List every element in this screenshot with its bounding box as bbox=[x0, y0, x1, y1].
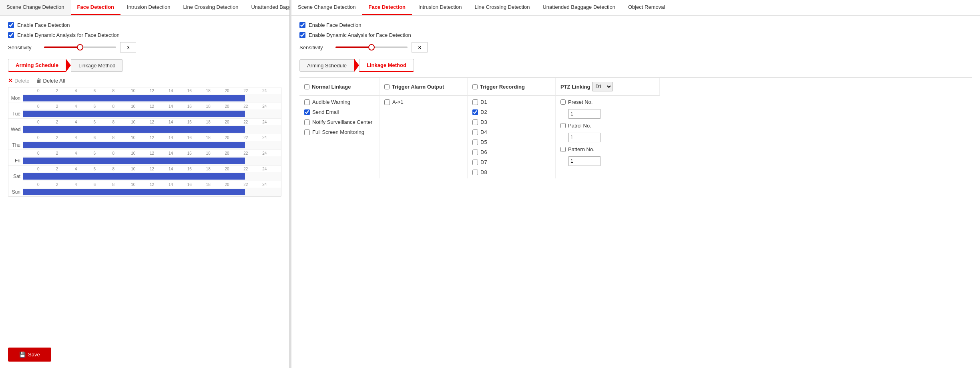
rec-d2-checkbox[interactable] bbox=[472, 109, 478, 115]
tick-20: 20 bbox=[225, 89, 243, 93]
tab-unattended-right[interactable]: Unattended Baggage Detection bbox=[536, 0, 621, 15]
enable-face-checkbox[interactable] bbox=[8, 22, 14, 28]
bar-container-fri[interactable] bbox=[23, 156, 281, 165]
delete-button[interactable]: ✕ Delete bbox=[8, 77, 30, 84]
bar-container-thu[interactable] bbox=[23, 141, 281, 150]
linkage-col-body-recording: D1 D2 D3 D4 D5 bbox=[468, 96, 556, 178]
rec-d3-checkbox[interactable] bbox=[472, 119, 478, 125]
tab-intrusion-left[interactable]: Intrusion Detection bbox=[120, 0, 177, 15]
ptz-linking-select[interactable]: D1 D2 D3 bbox=[592, 82, 612, 91]
schedule-grid: 0 2 4 6 8 10 12 14 16 18 20 22 24 Mon bbox=[8, 87, 281, 197]
alarm-a1-checkbox[interactable] bbox=[384, 99, 390, 105]
send-email-checkbox[interactable] bbox=[304, 109, 310, 115]
tab-unattended-left[interactable]: Unattended Baggage Detection bbox=[245, 0, 289, 15]
tab-object-removal-right[interactable]: Object Removal bbox=[622, 0, 671, 15]
schedule-row-tue[interactable]: Tue bbox=[8, 109, 281, 119]
save-button[interactable]: 💾 Save bbox=[8, 348, 51, 362]
full-screen-checkbox[interactable] bbox=[304, 129, 310, 135]
schedule-row-fri[interactable]: Fri bbox=[8, 156, 281, 166]
left-tab-bar: Scene Change Detection Face Detection In… bbox=[0, 0, 289, 16]
sub-tab-arrow-left bbox=[66, 59, 71, 72]
tab-scene-change-right[interactable]: Scene Change Detection bbox=[291, 0, 362, 15]
preset-no-input[interactable] bbox=[568, 109, 600, 119]
rec-d4-checkbox[interactable] bbox=[472, 129, 478, 135]
right-sensitivity-label: Sensitivity bbox=[299, 44, 331, 51]
bar-container-sat[interactable] bbox=[23, 172, 281, 181]
preset-no-checkbox[interactable] bbox=[560, 99, 566, 105]
notify-center-checkbox[interactable] bbox=[304, 119, 310, 125]
linkage-item-d5: D5 bbox=[472, 139, 550, 145]
schedule-row-thu[interactable]: Thu bbox=[8, 141, 281, 150]
rec-d7-checkbox[interactable] bbox=[472, 160, 478, 165]
patrol-no-input[interactable] bbox=[568, 133, 600, 142]
tab-line-crossing-left[interactable]: Line Crossing Detection bbox=[177, 0, 245, 15]
left-sub-tab-bar: Arming Schedule Linkage Method bbox=[8, 59, 281, 72]
delete-all-button[interactable]: 🗑 Delete All bbox=[36, 77, 65, 84]
x-icon: ✕ bbox=[8, 77, 13, 84]
rec-d8-checkbox[interactable] bbox=[472, 170, 478, 175]
ptz-linking-header-label: PTZ Linking bbox=[560, 84, 590, 90]
rec-d1-checkbox[interactable] bbox=[472, 99, 478, 105]
bar-container-tue[interactable] bbox=[23, 109, 281, 118]
patrol-no-checkbox[interactable] bbox=[560, 123, 566, 128]
right-enable-dynamic-checkbox[interactable] bbox=[299, 32, 305, 38]
alarm-output-header-checkbox[interactable] bbox=[384, 84, 390, 89]
bar-container-mon[interactable] bbox=[23, 94, 281, 103]
sub-tab-linkage-left[interactable]: Linkage Method bbox=[71, 59, 123, 72]
schedule-bar-fri bbox=[23, 158, 245, 164]
schedule-row-wed[interactable]: Wed bbox=[8, 125, 281, 134]
rec-d3-label: D3 bbox=[480, 119, 487, 125]
audible-warning-checkbox[interactable] bbox=[304, 99, 310, 105]
linkage-item-d4: D4 bbox=[472, 129, 550, 135]
normal-linkage-header-checkbox[interactable] bbox=[304, 84, 309, 89]
right-sensitivity-row: Sensitivity 3 bbox=[299, 42, 972, 53]
bar-container-sun[interactable] bbox=[23, 188, 281, 196]
pattern-no-input[interactable] bbox=[568, 156, 600, 166]
enable-dynamic-checkbox[interactable] bbox=[8, 32, 14, 38]
pattern-no-checkbox[interactable] bbox=[560, 147, 566, 152]
bar-container-wed[interactable] bbox=[23, 125, 281, 134]
sensitivity-value[interactable]: 3 bbox=[120, 42, 136, 53]
day-thu: Thu bbox=[8, 141, 23, 150]
trigger-recording-header-checkbox[interactable] bbox=[472, 84, 478, 89]
sensitivity-row: Sensitivity 3 bbox=[8, 42, 281, 53]
day-sun: Sun bbox=[8, 188, 23, 196]
schedule-bar-mon bbox=[23, 95, 245, 101]
schedule-bar-sun bbox=[23, 189, 245, 195]
schedule-row-mon[interactable]: Mon bbox=[8, 94, 281, 103]
tab-intrusion-right[interactable]: Intrusion Detection bbox=[412, 0, 468, 15]
tab-face-detection-right[interactable]: Face Detection bbox=[362, 0, 412, 15]
tab-face-detection-left[interactable]: Face Detection bbox=[71, 0, 120, 15]
sub-tab-arming-left[interactable]: Arming Schedule bbox=[8, 59, 66, 72]
right-enable-face-checkbox[interactable] bbox=[299, 22, 305, 28]
schedule-bar-thu bbox=[23, 142, 245, 148]
sub-tab-arming-right[interactable]: Arming Schedule bbox=[299, 59, 354, 72]
sensitivity-slider[interactable] bbox=[44, 47, 116, 48]
right-enable-face-label: Enable Face Detection bbox=[309, 22, 361, 28]
rec-d5-checkbox[interactable] bbox=[472, 140, 478, 145]
trigger-recording-header-label: Trigger Recording bbox=[480, 84, 525, 90]
patrol-no-label: Patrol No. bbox=[568, 123, 591, 129]
rec-d7-label: D7 bbox=[480, 159, 487, 165]
rec-d6-checkbox[interactable] bbox=[472, 150, 478, 155]
tab-line-crossing-right[interactable]: Line Crossing Detection bbox=[468, 0, 536, 15]
tick-6: 6 bbox=[94, 89, 112, 93]
time-axis: 0 2 4 6 8 10 12 14 16 18 20 22 24 bbox=[8, 87, 281, 94]
right-content: Enable Face Detection Enable Dynamic Ana… bbox=[291, 16, 980, 368]
tab-scene-change-left[interactable]: Scene Change Detection bbox=[0, 0, 71, 15]
right-sensitivity-value[interactable]: 3 bbox=[412, 42, 428, 53]
right-sensitivity-slider[interactable] bbox=[335, 47, 408, 48]
enable-dynamic-row: Enable Dynamic Analysis for Face Detecti… bbox=[8, 32, 281, 38]
day-fri: Fri bbox=[8, 156, 23, 165]
schedule-bar-wed bbox=[23, 126, 245, 133]
ptz-preset-row: Preset No. bbox=[560, 99, 655, 105]
rec-d6-label: D6 bbox=[480, 149, 487, 155]
sub-tab-arrow-right bbox=[354, 59, 359, 72]
right-panel: Scene Change Detection Face Detection In… bbox=[291, 0, 980, 368]
schedule-row-sat[interactable]: Sat bbox=[8, 172, 281, 181]
sub-tab-linkage-right[interactable]: Linkage Method bbox=[359, 59, 414, 72]
tick-10: 10 bbox=[131, 89, 150, 93]
tick-16: 16 bbox=[187, 89, 206, 93]
schedule-row-sun[interactable]: Sun bbox=[8, 188, 281, 196]
enable-dynamic-label: Enable Dynamic Analysis for Face Detecti… bbox=[17, 32, 120, 38]
